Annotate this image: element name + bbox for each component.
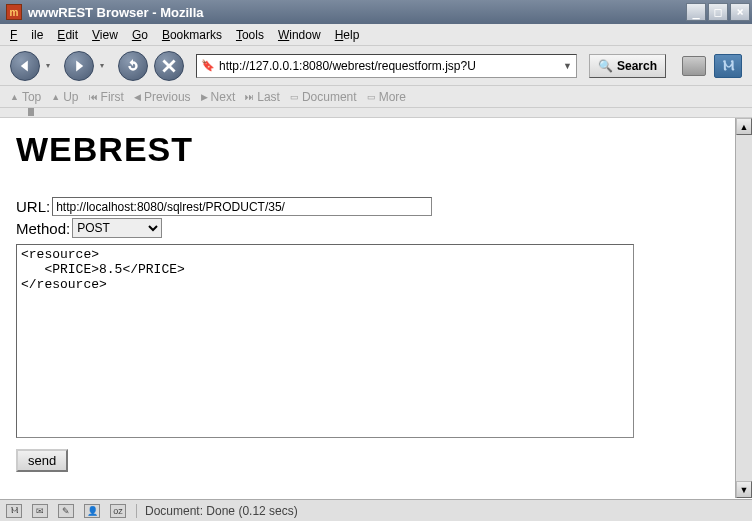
nav-last[interactable]: ⏭Last — [245, 90, 280, 104]
reload-icon — [126, 59, 140, 73]
arrow-right-icon — [72, 59, 86, 73]
page-content: WEBREST URL: Method: POST <resource> <PR… — [0, 118, 735, 498]
irc-status-icon[interactable]: oz — [110, 504, 126, 518]
status-text: Document: Done (0.12 secs) — [136, 504, 298, 518]
window-titlebar: m wwwREST Browser - Mozilla _ □ × — [0, 0, 752, 24]
window-title: wwwREST Browser - Mozilla — [26, 5, 686, 20]
scroll-up-button[interactable]: ▲ — [736, 118, 752, 135]
menu-tools[interactable]: Tools — [236, 28, 264, 42]
page-title: WEBREST — [16, 130, 719, 169]
maximize-button[interactable]: □ — [708, 3, 728, 21]
arrow-left-icon — [18, 59, 32, 73]
bar-left-icon: ⏮ — [89, 92, 98, 102]
moz-status-icon[interactable]: Ⲙ — [6, 504, 22, 518]
mozilla-throbber-icon[interactable]: Ⲙ — [714, 54, 742, 78]
arrow-up-icon: ▲ — [51, 92, 60, 102]
minimize-button[interactable]: _ — [686, 3, 706, 21]
ruler-mark — [28, 108, 34, 116]
request-url-input[interactable] — [52, 197, 432, 216]
menu-help[interactable]: Help — [335, 28, 360, 42]
url-label: URL: — [16, 198, 50, 215]
app-icon: m — [6, 4, 22, 20]
menu-window[interactable]: Window — [278, 28, 321, 42]
statusbar: Ⲙ ✉ ✎ 👤 oz Document: Done (0.12 secs) — [0, 499, 752, 521]
nav-top[interactable]: ▲Top — [10, 90, 41, 104]
back-dropdown[interactable]: ▾ — [46, 61, 56, 70]
nav-toolbar: ▾ ▾ 🔖 ▼ 🔍 Search Ⲙ — [0, 46, 752, 86]
arrow-right-icon: ▶ — [201, 92, 208, 102]
site-nav-toolbar: ▲Top ▲Up ⏮First ◀Previous ▶Next ⏭Last ▭D… — [0, 86, 752, 108]
scroll-down-button[interactable]: ▼ — [736, 481, 752, 498]
arrow-left-icon: ◀ — [134, 92, 141, 102]
scroll-track[interactable] — [736, 135, 752, 481]
forward-button[interactable] — [64, 51, 94, 81]
addressbook-status-icon[interactable]: 👤 — [84, 504, 100, 518]
menu-bookmarks[interactable]: Bookmarks — [162, 28, 222, 42]
nav-next[interactable]: ▶Next — [201, 90, 236, 104]
stop-button[interactable] — [154, 51, 184, 81]
menu-file[interactable]: File — [10, 28, 43, 42]
url-dropdown[interactable]: ▼ — [563, 61, 572, 71]
method-label: Method: — [16, 220, 70, 237]
magnifier-icon: 🔍 — [598, 59, 613, 73]
nav-up[interactable]: ▲Up — [51, 90, 78, 104]
close-button[interactable]: × — [730, 3, 750, 21]
arrow-up-icon: ▲ — [10, 92, 19, 102]
ruler-strip — [0, 108, 752, 118]
request-body-textarea[interactable]: <resource> <PRICE>8.5</PRICE> </resource… — [16, 244, 634, 438]
url-input[interactable] — [219, 59, 563, 73]
vertical-scrollbar[interactable]: ▲ ▼ — [735, 118, 752, 498]
bar-right-icon: ⏭ — [245, 92, 254, 102]
forward-dropdown[interactable]: ▾ — [100, 61, 110, 70]
menu-go[interactable]: Go — [132, 28, 148, 42]
print-button[interactable] — [682, 56, 706, 76]
menubar: File Edit View Go Bookmarks Tools Window… — [0, 24, 752, 46]
nav-more[interactable]: ▭More — [367, 90, 406, 104]
nav-previous[interactable]: ◀Previous — [134, 90, 191, 104]
composer-status-icon[interactable]: ✎ — [58, 504, 74, 518]
document-icon: ▭ — [290, 92, 299, 102]
send-button[interactable]: send — [16, 449, 68, 472]
mail-status-icon[interactable]: ✉ — [32, 504, 48, 518]
bookmark-icon: 🔖 — [201, 59, 215, 73]
menu-view[interactable]: View — [92, 28, 118, 42]
more-icon: ▭ — [367, 92, 376, 102]
stop-icon — [162, 59, 176, 73]
menu-edit[interactable]: Edit — [57, 28, 78, 42]
address-bar[interactable]: 🔖 ▼ — [196, 54, 577, 78]
search-label: Search — [617, 59, 657, 73]
search-button[interactable]: 🔍 Search — [589, 54, 666, 78]
reload-button[interactable] — [118, 51, 148, 81]
nav-document[interactable]: ▭Document — [290, 90, 357, 104]
method-select[interactable]: POST — [72, 218, 162, 238]
nav-first[interactable]: ⏮First — [89, 90, 124, 104]
back-button[interactable] — [10, 51, 40, 81]
